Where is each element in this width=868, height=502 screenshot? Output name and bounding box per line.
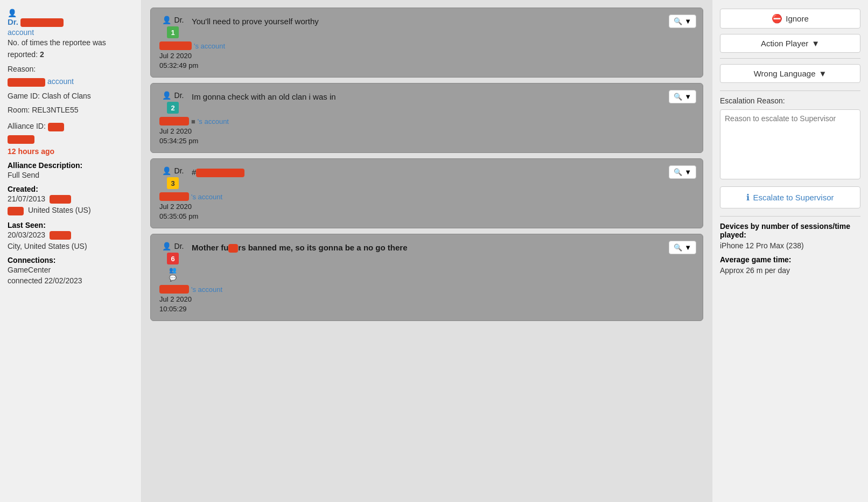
reason-link[interactable]: account xyxy=(47,77,74,86)
wrong-language-label: Wrong Language xyxy=(754,69,816,78)
search-dropdown-1[interactable]: 🔍 ▼ xyxy=(669,15,696,28)
chat-account-3[interactable]: 's account xyxy=(191,193,222,201)
search-dropdown-4[interactable]: 🔍 ▼ xyxy=(669,241,696,254)
chat-username-4: Dr. xyxy=(174,242,184,250)
meta-redacted-3 xyxy=(159,192,189,201)
chat-badge-1: 1 xyxy=(167,26,179,38)
chat-username-1: Dr. xyxy=(174,16,184,24)
last-seen-date-value: 20/03/2023 xyxy=(8,231,45,239)
created-title: Created: xyxy=(8,185,134,193)
alliance-id-redacted2 xyxy=(8,135,34,144)
chat-main: 🔍 ▼ 👤 Dr. 1 You'll need to prove yoursel… xyxy=(142,0,712,502)
reported-prefix: No. of times the reportee was reported: xyxy=(8,38,106,59)
dropdown-arrow-3: ▼ xyxy=(684,168,691,176)
chat-card-2: 🔍 ▼ 👤 Dr. 2 Im gonna check with an old c… xyxy=(150,83,703,153)
chat-content-2: Im gonna check with an old clan i was in xyxy=(192,91,694,101)
chat-account-2[interactable]: 's account xyxy=(198,117,229,126)
chat-user-icon-3: 👤 xyxy=(162,166,171,175)
room-value: REL3NTLE55 xyxy=(32,106,78,114)
search-icon: 🔍 xyxy=(674,17,682,25)
search-icon-3: 🔍 xyxy=(674,168,682,176)
chat-meta-4: 's account Jul 2 2020 10:05:29 xyxy=(159,285,694,313)
chat-user-row-4: 👤 Dr. xyxy=(162,242,184,250)
chat-card-header-3: 👤 Dr. 3 # xyxy=(159,166,694,189)
chat-card-left-3: 👤 Dr. 3 xyxy=(159,166,186,189)
badge-icon-people: 👥 xyxy=(169,267,177,274)
chat-card-3: 🔍 ▼ 👤 Dr. 3 # 's account xyxy=(150,158,703,228)
devices-value: iPhone 12 Pro Max (238) xyxy=(720,241,860,250)
room-row: Room: REL3NTLE55 xyxy=(8,104,134,116)
divider-1 xyxy=(720,58,860,59)
sidebar: 👤 Dr. account No. of times the reportee … xyxy=(0,0,142,502)
account-label: account xyxy=(8,28,134,37)
divider-2 xyxy=(720,90,860,91)
action-player-button[interactable]: Action Player ▼ xyxy=(720,34,860,53)
chat-user-row-1: 👤 Dr. xyxy=(162,16,184,24)
chat-user-row-2: 👤 Dr. xyxy=(162,91,184,100)
action-player-arrow: ▼ xyxy=(811,39,820,48)
country-redacted xyxy=(8,207,24,215)
created-redacted xyxy=(50,195,71,204)
chat-time-4: 10:05:29 xyxy=(159,305,694,313)
right-panel: ⛔ Ignore Action Player ▼ Wrong Language … xyxy=(712,0,868,502)
chat-content-4: Mother furs banned me, so its gonna be a… xyxy=(192,242,694,253)
user-link[interactable]: Dr. xyxy=(8,17,134,27)
meta-icon-2: ■ xyxy=(191,117,195,126)
search-dropdown-2[interactable]: 🔍 ▼ xyxy=(669,90,696,103)
alliance-id-row: Alliance ID: xyxy=(8,120,134,132)
chat-user-icon-1: 👤 xyxy=(162,16,171,24)
search-dropdown-3[interactable]: 🔍 ▼ xyxy=(669,165,696,179)
user-info-header: 👤 Dr. account xyxy=(8,9,134,37)
chat-meta-3: 's account Jul 2 2020 05:35:05 pm xyxy=(159,192,694,220)
reason-redacted xyxy=(8,78,45,87)
chat-card-left-1: 👤 Dr. 1 xyxy=(159,16,186,38)
avg-label: Average game time: xyxy=(720,255,860,264)
escalate-icon: ℹ xyxy=(746,192,750,203)
chat-account-1[interactable]: 's account xyxy=(194,42,225,50)
alliance-id-label: Alliance ID: xyxy=(8,122,46,130)
chat-card-4: 🔍 ▼ 👤 Dr. 6 👥 💬 Mother furs banned me, s… xyxy=(150,234,703,321)
reason-row: Reason: xyxy=(8,63,134,75)
meta-redacted-1 xyxy=(159,41,192,50)
chat-account-4[interactable]: 's account xyxy=(191,285,222,294)
chat-time-2: 05:34:25 pm xyxy=(159,137,694,145)
time-ago: 12 hours ago xyxy=(8,147,134,156)
chat-time-1: 05:32:49 pm xyxy=(159,61,694,69)
chat-card-1: 🔍 ▼ 👤 Dr. 1 You'll need to prove yoursel… xyxy=(150,8,703,78)
chat-actions-2: 🔍 ▼ xyxy=(669,90,696,103)
chat-date-1: Jul 2 2020 xyxy=(159,52,694,60)
chat-message-3: # xyxy=(192,166,694,177)
chat-date-2: Jul 2 2020 xyxy=(159,127,694,135)
chat-actions-4: 🔍 ▼ xyxy=(669,241,696,254)
last-seen-title: Last Seen: xyxy=(8,221,134,229)
action-player-label: Action Player xyxy=(761,39,808,48)
chat-badge-3: 3 xyxy=(167,177,179,189)
chat-user-icon-4: 👤 xyxy=(162,242,171,250)
search-icon-2: 🔍 xyxy=(674,93,682,101)
chat-meta-1: 's account Jul 2 2020 05:32:49 pm xyxy=(159,41,694,69)
devices-label: Devices by number of sessions/time playe… xyxy=(720,222,860,239)
created-date: 21/07/2013 xyxy=(8,194,45,203)
reason-text: account xyxy=(47,77,74,86)
chat-badge-4: 6 xyxy=(167,253,179,264)
chat-content-3: # xyxy=(192,166,694,177)
user-icon: 👤 xyxy=(8,9,17,17)
escalation-textarea[interactable] xyxy=(720,109,860,179)
connections-title: Connections: xyxy=(8,256,134,264)
last-seen-date: 20/03/2023 xyxy=(8,231,134,240)
chat-date-3: Jul 2 2020 xyxy=(159,203,694,211)
ignore-button[interactable]: ⛔ Ignore xyxy=(720,9,860,29)
divider-3 xyxy=(720,216,860,217)
search-icon-4: 🔍 xyxy=(674,243,682,252)
msg-redacted-3 xyxy=(196,169,244,177)
chat-message-2: Im gonna check with an old clan i was in xyxy=(192,91,694,101)
escalate-label: Escalate to Supervisor xyxy=(753,193,834,202)
ignore-label: Ignore xyxy=(786,14,809,23)
reason-prefix: Reason: xyxy=(8,65,36,73)
chat-user-icon-2: 👤 xyxy=(162,91,171,100)
escalate-button[interactable]: ℹ Escalate to Supervisor xyxy=(720,186,860,208)
redacted-name xyxy=(20,18,64,27)
wrong-language-button[interactable]: Wrong Language ▼ xyxy=(720,64,860,83)
msg-redacted-4 xyxy=(228,244,238,253)
chat-card-left-2: 👤 Dr. 2 xyxy=(159,91,186,114)
